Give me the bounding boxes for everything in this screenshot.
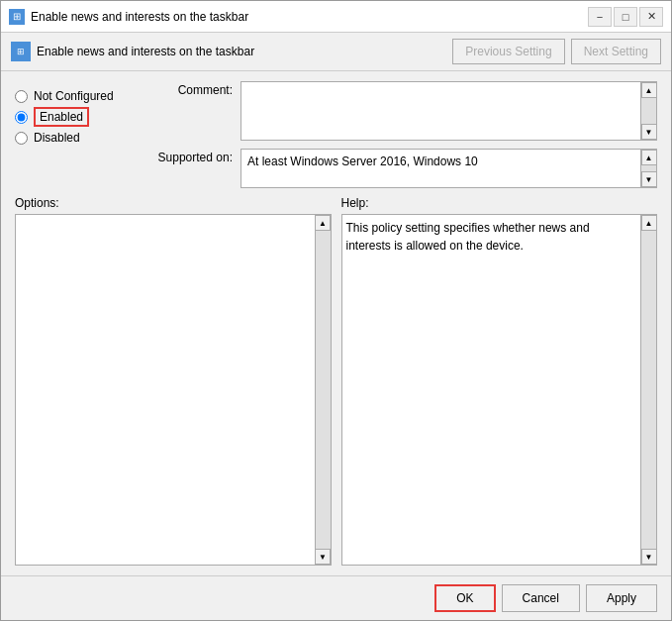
supported-scroll-down[interactable]: ▼ <box>641 171 657 187</box>
cancel-button[interactable]: Cancel <box>502 584 580 612</box>
options-panel-content <box>16 215 315 565</box>
content-area: Not Configured Enabled Disabled Comm <box>1 71 671 575</box>
not-configured-radio[interactable] <box>15 90 28 103</box>
next-setting-button[interactable]: Next Setting <box>571 39 661 64</box>
comment-box: ▲ ▼ <box>240 81 657 141</box>
disabled-label: Disabled <box>34 131 80 145</box>
comment-input[interactable] <box>241 82 640 140</box>
supported-scroll-up[interactable]: ▲ <box>641 150 657 165</box>
comment-scroll-track <box>641 98 656 124</box>
minimize-button[interactable]: − <box>588 7 612 27</box>
comment-label: Comment: <box>144 81 233 97</box>
ok-button[interactable]: OK <box>434 584 495 612</box>
enabled-radio[interactable] <box>15 111 28 124</box>
radio-group-column: Not Configured Enabled Disabled <box>15 81 134 188</box>
not-configured-label: Not Configured <box>34 89 114 103</box>
supported-label: Supported on: <box>144 149 233 164</box>
options-panel-box: ▲ ▼ <box>15 214 332 566</box>
prev-setting-button[interactable]: Previous Setting <box>452 39 564 64</box>
comment-row: Comment: ▲ ▼ <box>144 81 657 141</box>
close-button[interactable]: ✕ <box>639 7 663 27</box>
main-window: ⊞ Enable news and interests on the taskb… <box>0 0 672 621</box>
supported-row: Supported on: At least Windows Server 20… <box>144 149 657 188</box>
help-scroll-down[interactable]: ▼ <box>641 549 657 565</box>
help-scrollbar: ▲ ▼ <box>640 215 656 565</box>
disabled-radio[interactable] <box>15 132 28 145</box>
help-panel-section: Help: This policy setting specifies whet… <box>341 196 658 566</box>
footer: OK Cancel Apply <box>1 575 671 620</box>
supported-value: At least Windows Server 2016, Windows 10 <box>241 150 640 187</box>
help-scroll-track <box>641 231 656 549</box>
title-bar: ⊞ Enable news and interests on the taskb… <box>1 1 671 33</box>
right-column: Comment: ▲ ▼ Supported on: At least <box>144 81 657 188</box>
maximize-button[interactable]: □ <box>614 7 637 27</box>
window-title: Enable news and interests on the taskbar <box>31 10 248 24</box>
radio-group: Not Configured Enabled Disabled <box>15 85 134 145</box>
not-configured-option[interactable]: Not Configured <box>15 89 134 103</box>
options-scroll-track <box>316 231 331 549</box>
enabled-label: Enabled <box>34 107 89 127</box>
supported-box: At least Windows Server 2016, Windows 10… <box>240 149 657 188</box>
comment-scrollbar: ▲ ▼ <box>640 82 656 140</box>
options-panel-label: Options: <box>15 196 332 210</box>
help-text: This policy setting specifies whether ne… <box>342 215 641 565</box>
supported-scrollbar: ▲ ▼ <box>640 150 656 187</box>
help-panel-label: Help: <box>341 196 658 210</box>
title-bar-controls: − □ ✕ <box>588 7 663 27</box>
options-scroll-down[interactable]: ▼ <box>315 549 331 565</box>
enabled-option[interactable]: Enabled <box>15 107 134 127</box>
options-scrollbar: ▲ ▼ <box>315 215 331 565</box>
help-panel-box: This policy setting specifies whether ne… <box>341 214 658 566</box>
panels-row: Options: ▲ ▼ Help: This policy setting s… <box>15 196 657 566</box>
apply-button[interactable]: Apply <box>586 584 657 612</box>
toolbar-icon: ⊞ <box>11 42 31 61</box>
options-scroll-up[interactable]: ▲ <box>315 215 331 231</box>
toolbar-title: Enable news and interests on the taskbar <box>37 45 446 58</box>
comment-scroll-up[interactable]: ▲ <box>641 82 657 98</box>
title-bar-left: ⊞ Enable news and interests on the taskb… <box>9 9 248 25</box>
toolbar: ⊞ Enable news and interests on the taskb… <box>1 33 671 71</box>
window-icon: ⊞ <box>9 9 25 25</box>
disabled-option[interactable]: Disabled <box>15 131 134 145</box>
comment-scroll-down[interactable]: ▼ <box>641 124 657 140</box>
help-scroll-up[interactable]: ▲ <box>641 215 657 231</box>
options-panel-section: Options: ▲ ▼ <box>15 196 332 566</box>
